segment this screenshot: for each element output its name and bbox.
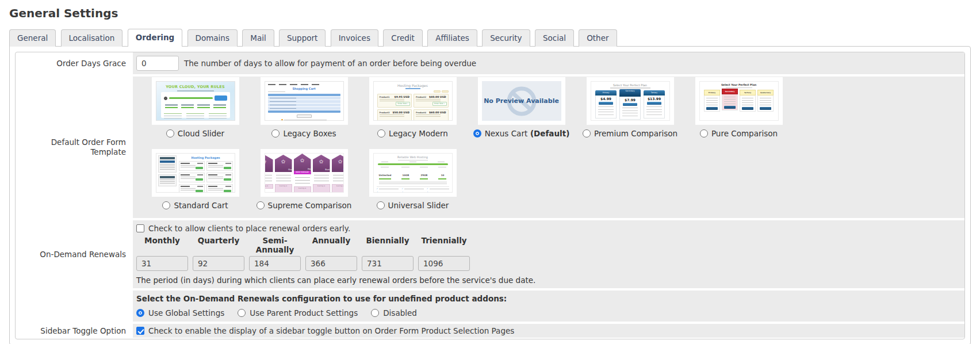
- template-name-standard-cart: Standard Cart: [174, 201, 228, 210]
- template-radio-legacy-modern[interactable]: [377, 129, 385, 137]
- premium-comparison-preview: Select Your Perfect Plan Primary $4.99: [591, 81, 670, 121]
- legacy-boxes-preview: Shopping Cart: [265, 81, 344, 121]
- tab-affiliates[interactable]: Affiliates: [427, 29, 477, 47]
- pure-comparison-preview: Select Your Perfect Plan Primary Seconda…: [699, 81, 779, 121]
- ordering-settings-panel: Order Days Grace The number of days to a…: [9, 46, 971, 344]
- tab-invoices[interactable]: Invoices: [331, 29, 378, 47]
- product-card: Product4$60.00 USD: [414, 109, 449, 121]
- template-grid: YOUR CLOUD, YOUR RULES: [141, 77, 964, 211]
- product-card: [206, 161, 233, 171]
- triennially-days-input[interactable]: [418, 256, 470, 271]
- mini-button: [224, 190, 231, 192]
- row-sidebar-toggle-option: Sidebar Toggle Option Check to enable th…: [16, 324, 964, 338]
- billing-cycle-headers: Monthly Quarterly Semi-Annually Annually…: [136, 236, 959, 254]
- plan-column: Tertiary: [740, 90, 756, 112]
- cloud-slider-preview-title: YOUR CLOUD, YOUR RULES: [156, 85, 235, 89]
- universal-slider-preview: Reliable Web Hosting Unlimited 10GB 25GB…: [373, 153, 453, 193]
- template-option-premium-comparison: Select Your Perfect Plan Primary $4.99: [576, 77, 684, 139]
- tab-support[interactable]: Support: [279, 29, 326, 47]
- product-card: Product2$40.00 USD Order Now »: [414, 94, 449, 108]
- settings-tabbar: General Localisation Ordering Domains Ma…: [0, 29, 980, 47]
- mini-button: [196, 167, 203, 169]
- template-radio-cloud-slider[interactable]: [166, 129, 174, 137]
- template-name-pure-comparison: Pure Comparison: [711, 129, 778, 138]
- nexus-cart-thumbnail: No Preview Available: [478, 77, 565, 125]
- tab-domains[interactable]: Domains: [187, 29, 238, 47]
- pure-comparison-thumbnail: Select Your Perfect Plan Primary Seconda…: [695, 77, 783, 125]
- template-radio-premium-comparison[interactable]: [583, 129, 591, 137]
- settings-table: Order Days Grace The number of days to a…: [15, 52, 965, 339]
- tab-localisation[interactable]: Localisation: [61, 29, 123, 47]
- tab-mail[interactable]: Mail: [242, 29, 274, 47]
- on-demand-renewals-label: On-Demand Renewals: [16, 220, 133, 288]
- plan-column: Secondary: [722, 89, 738, 110]
- tab-security[interactable]: Security: [482, 29, 530, 47]
- row-addon-configuration: Select the On-Demand Renewals configurat…: [16, 291, 964, 322]
- plan-column: Starter Starting at$4.95/mo: [275, 155, 292, 193]
- biennially-days-input[interactable]: [362, 256, 414, 271]
- standard-cart-preview: Hosting Packages: [156, 153, 235, 193]
- sidebar-toggle-checkbox-label: Check to enable the display of a sidebar…: [148, 326, 514, 335]
- template-name-nexus-cart: Nexus Cart (Default): [485, 129, 570, 138]
- row-on-demand-renewals: On-Demand Renewals Check to allow client…: [16, 220, 964, 288]
- template-radio-legacy-boxes[interactable]: [271, 129, 280, 137]
- template-radio-pure-comparison[interactable]: [700, 129, 708, 137]
- product-card: [206, 184, 233, 193]
- template-option-standard-cart: Hosting Packages: [141, 149, 250, 211]
- premium-preview-title: Select Your Perfect Plan: [594, 83, 667, 87]
- order-days-grace-input[interactable]: [136, 56, 179, 71]
- legacy-modern-thumbnail: Hosting Packages Product1$9.95 USD Order…: [369, 77, 457, 125]
- use-parent-product-settings-radio[interactable]: [238, 309, 246, 317]
- use-global-settings-label: Use Global Settings: [148, 308, 224, 318]
- plan-column: Primary $4.99: [595, 90, 617, 119]
- semiannually-days-input[interactable]: [249, 256, 301, 271]
- addon-config-heading: Select the On-Demand Renewals configurat…: [136, 294, 959, 303]
- mini-button: [647, 102, 661, 105]
- template-option-universal-slider: Reliable Web Hosting Unlimited 10GB 25GB…: [358, 149, 467, 211]
- template-radio-nexus-cart[interactable]: [473, 129, 481, 137]
- template-name-legacy-boxes: Legacy Boxes: [283, 129, 336, 138]
- product-card: [206, 173, 233, 182]
- legacy-modern-preview-title: Hosting Packages: [377, 83, 449, 87]
- annually-days-input[interactable]: [305, 256, 357, 271]
- monthly-days-input[interactable]: [136, 256, 188, 271]
- template-radio-standard-cart[interactable]: [162, 201, 170, 209]
- product-card: [179, 184, 205, 193]
- template-option-cloud-slider: YOUR CLOUD, YOUR RULES: [141, 77, 250, 139]
- template-option-pure-comparison: Select Your Perfect Plan Primary Seconda…: [684, 77, 793, 139]
- mini-button: [297, 114, 312, 118]
- mini-button: [196, 190, 203, 192]
- tab-other[interactable]: Other: [579, 29, 617, 47]
- sidebar-toggle-checkbox[interactable]: [136, 327, 144, 335]
- product-card: [179, 173, 205, 182]
- template-option-supreme-comparison: Starting at Starter Starting at$4.95/mo …: [250, 149, 358, 211]
- mini-button: [215, 95, 227, 101]
- template-option-legacy-boxes: Shopping Cart: [250, 77, 358, 139]
- nexus-cart-preview: No Preview Available: [482, 81, 561, 121]
- cloud-slider-thumbnail: YOUR CLOUD, YOUR RULES: [152, 77, 239, 125]
- template-radio-supreme-comparison[interactable]: [257, 201, 265, 209]
- warning-icon: [281, 119, 283, 121]
- quarterly-days-input[interactable]: [193, 256, 244, 271]
- early-renewals-checkbox[interactable]: [136, 224, 144, 232]
- order-days-grace-description: The number of days to allow for payment …: [184, 59, 476, 68]
- tab-ordering[interactable]: Ordering: [128, 29, 183, 47]
- mini-button: [706, 107, 718, 110]
- mini-button: [196, 178, 203, 181]
- universal-slider-thumbnail: Reliable Web Hosting Unlimited 10GB 25GB…: [369, 149, 457, 197]
- product-card: Product3$50.00 USD: [377, 109, 412, 121]
- order-now-button: Order Now »: [432, 102, 447, 106]
- tab-credit[interactable]: Credit: [383, 29, 423, 47]
- plan-column: Quaternary: [757, 90, 774, 112]
- template-option-legacy-modern: Hosting Packages Product1$9.95 USD Order…: [358, 77, 467, 139]
- mini-button: [224, 178, 231, 181]
- plan-column: Tertiary $13.99: [644, 90, 665, 119]
- supreme-comparison-preview: Starting at Starter Starting at$4.95/mo …: [265, 153, 344, 193]
- page-title: General Settings: [9, 6, 980, 20]
- template-radio-universal-slider[interactable]: [377, 201, 385, 209]
- tab-social[interactable]: Social: [535, 29, 574, 47]
- selected-category: [160, 160, 175, 163]
- tab-general[interactable]: General: [9, 29, 56, 47]
- disabled-radio[interactable]: [371, 309, 379, 317]
- use-global-settings-radio[interactable]: [136, 309, 144, 317]
